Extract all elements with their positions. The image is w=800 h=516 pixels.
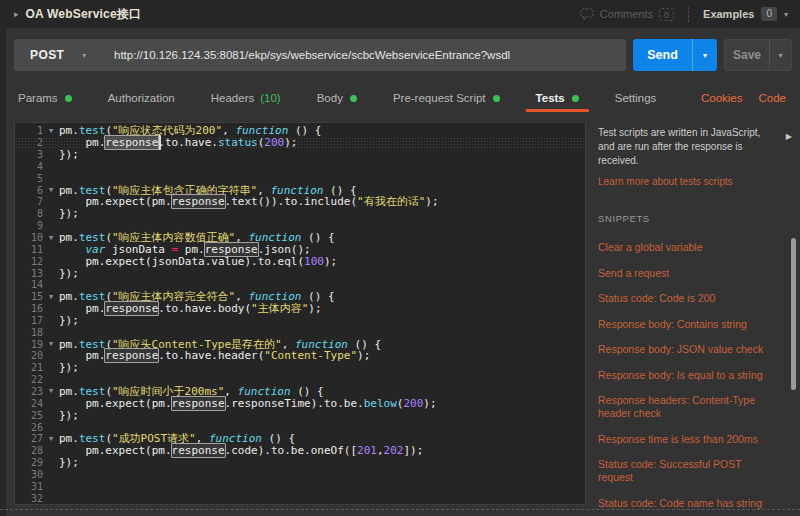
- line-number: 14: [15, 279, 43, 290]
- tab-tests[interactable]: Tests: [536, 84, 579, 112]
- code-line-25[interactable]: 25});: [15, 409, 585, 421]
- sidebar-collapse-icon[interactable]: ▶: [786, 132, 792, 141]
- topbar-actions: Comments 0 Examples 0 ▾: [580, 7, 788, 22]
- snippet-link[interactable]: Clear a global variable: [598, 241, 776, 254]
- line-number: 27: [15, 433, 43, 444]
- request-url-bar: POST ▾ http://10.126.124.35:8081/ekp/sys…: [14, 39, 626, 71]
- code-line-11[interactable]: 11 var jsonData = pm.response.json();: [15, 243, 585, 255]
- code-line-30[interactable]: 30: [15, 468, 585, 480]
- examples-dropdown[interactable]: Examples 0 ▾: [703, 7, 788, 21]
- highlighted-occurrence: response: [104, 348, 159, 363]
- snippet-link[interactable]: Status code: Successful POST request: [598, 458, 776, 484]
- fold-caret-icon[interactable]: ▼: [43, 234, 59, 242]
- highlighted-occurrence: response: [104, 301, 159, 316]
- line-number: 6: [15, 185, 43, 196]
- request-header-bar: ▸ OA WebService接口 Comments 0 Examples 0 …: [0, 0, 800, 28]
- code-line-27[interactable]: 27▼pm.test("成功POST请求", function () {: [15, 433, 585, 445]
- tests-code-editor[interactable]: 1▼pm.test("响应状态代码为200", function () {2 p…: [14, 122, 586, 505]
- collection-expand-caret-icon[interactable]: ▸: [14, 9, 19, 19]
- snippet-link[interactable]: Status code: Code name has string: [598, 497, 776, 510]
- line-number: 13: [15, 268, 43, 279]
- method-caret-icon: ▾: [82, 51, 86, 60]
- code-line-8[interactable]: 8});: [15, 208, 585, 220]
- code-line-10[interactable]: 10▼pm.test("响应主体内容数值正确", function () {: [15, 232, 585, 244]
- send-button[interactable]: Send: [633, 39, 692, 71]
- learn-more-link[interactable]: Learn more about tests scripts: [598, 176, 733, 187]
- snippet-link[interactable]: Send a request: [598, 267, 776, 280]
- code-text: });: [59, 314, 79, 327]
- line-number: 3: [15, 149, 43, 160]
- tab-headers[interactable]: Headers(10): [211, 84, 281, 112]
- line-number: 2: [15, 137, 43, 148]
- snippet-link[interactable]: Response body: Contains string: [598, 318, 776, 331]
- tab-settings[interactable]: Settings: [615, 84, 657, 112]
- code-text: pm.expect(jsonData.value).to.eql(100);: [59, 255, 337, 268]
- code-line-23[interactable]: 23▼pm.test("响应时间小于200ms", function () {: [15, 386, 585, 398]
- fold-caret-icon[interactable]: ▼: [43, 435, 59, 443]
- tabs-right-links: Cookies Code: [701, 84, 786, 112]
- save-options-caret[interactable]: ▾: [769, 40, 791, 70]
- url-input[interactable]: http://10.126.124.35:8081/ekp/sys/webser…: [114, 49, 510, 61]
- snippet-link[interactable]: Response body: Is equal to a string: [598, 369, 776, 382]
- save-button[interactable]: Save: [725, 40, 769, 70]
- code-line-16[interactable]: 16 pm.response.to.have.body("主体内容");: [15, 303, 585, 315]
- code-text: });: [59, 456, 79, 469]
- chevron-down-icon: ▾: [703, 51, 707, 60]
- tab-label: Body: [317, 92, 343, 104]
- method-value: POST: [30, 48, 64, 62]
- snippet-link[interactable]: Response headers: Content-Type header ch…: [598, 394, 776, 420]
- code-line-21[interactable]: 21});: [15, 362, 585, 374]
- tab-authorization[interactable]: Authorization: [108, 84, 175, 112]
- sidebar-scrollbar[interactable]: [791, 238, 796, 390]
- tab-status-dot-icon: [65, 95, 72, 102]
- cookies-link[interactable]: Cookies: [701, 92, 743, 104]
- tests-snippets-sidebar: ▶ Test scripts are written in JavaScript…: [598, 122, 800, 505]
- tab-status-dot-icon: [350, 95, 357, 102]
- tab-label: Pre-request Script: [393, 92, 486, 104]
- line-number: 15: [15, 291, 43, 302]
- code-line-2[interactable]: 2 pm.response.to.have.status(200);: [15, 137, 585, 149]
- snippet-link[interactable]: Status code: Code is 200: [598, 292, 776, 305]
- code-line-7[interactable]: 7 pm.expect(pm.response.text()).to.inclu…: [15, 196, 585, 208]
- request-tabs: ParamsAuthorizationHeaders(10)BodyPre-re…: [0, 84, 800, 112]
- code-text: pm.expect(pm.response.text()).to.include…: [59, 194, 439, 209]
- line-number: 26: [15, 422, 43, 433]
- method-dropdown[interactable]: POST ▾: [14, 48, 114, 62]
- comments-button[interactable]: Comments 0: [580, 8, 674, 21]
- code-lines: 1▼pm.test("响应状态代码为200", function () {2 p…: [15, 125, 585, 504]
- tab-pre-request-script[interactable]: Pre-request Script: [393, 84, 500, 112]
- code-link[interactable]: Code: [759, 92, 787, 104]
- line-number: 10: [15, 232, 43, 243]
- code-line-4[interactable]: 4: [15, 161, 585, 173]
- examples-label: Examples: [703, 8, 754, 20]
- code-line-28[interactable]: 28 pm.expect(pm.response.code).to.be.one…: [15, 445, 585, 457]
- line-number: 5: [15, 173, 43, 184]
- line-number: 12: [15, 256, 43, 267]
- fold-caret-icon[interactable]: ▼: [43, 293, 59, 301]
- fold-caret-icon[interactable]: ▼: [43, 127, 59, 135]
- code-line-3[interactable]: 3});: [15, 149, 585, 161]
- highlighted-occurrence: response: [171, 194, 226, 209]
- highlighted-occurrence: response: [171, 443, 226, 458]
- code-line-13[interactable]: 13});: [15, 267, 585, 279]
- tab-label: Tests: [536, 92, 565, 104]
- code-line-20[interactable]: 20 pm.response.to.have.header("Content-T…: [15, 350, 585, 362]
- line-number: 8: [15, 208, 43, 219]
- collection-breadcrumb[interactable]: ▸ OA WebService接口: [14, 6, 141, 23]
- code-line-29[interactable]: 29});: [15, 457, 585, 469]
- code-line-32[interactable]: 32: [15, 492, 585, 504]
- highlighted-occurrence: response: [104, 135, 159, 150]
- fold-caret-icon[interactable]: ▼: [43, 340, 59, 348]
- send-button-group: Send ▾: [633, 39, 717, 71]
- snippet-link[interactable]: Response body: JSON value check: [598, 343, 776, 356]
- code-line-24[interactable]: 24 pm.expect(pm.response.responseTime).t…: [15, 397, 585, 409]
- code-line-31[interactable]: 31: [15, 480, 585, 492]
- tab-params[interactable]: Params: [18, 84, 72, 112]
- tab-body[interactable]: Body: [317, 84, 357, 112]
- code-line-17[interactable]: 17});: [15, 315, 585, 327]
- fold-caret-icon[interactable]: ▼: [43, 186, 59, 194]
- code-line-12[interactable]: 12 pm.expect(jsonData.value).to.eql(100)…: [15, 255, 585, 267]
- snippet-link[interactable]: Response time is less than 200ms: [598, 433, 776, 446]
- send-options-caret[interactable]: ▾: [692, 39, 717, 71]
- fold-caret-icon[interactable]: ▼: [43, 387, 59, 395]
